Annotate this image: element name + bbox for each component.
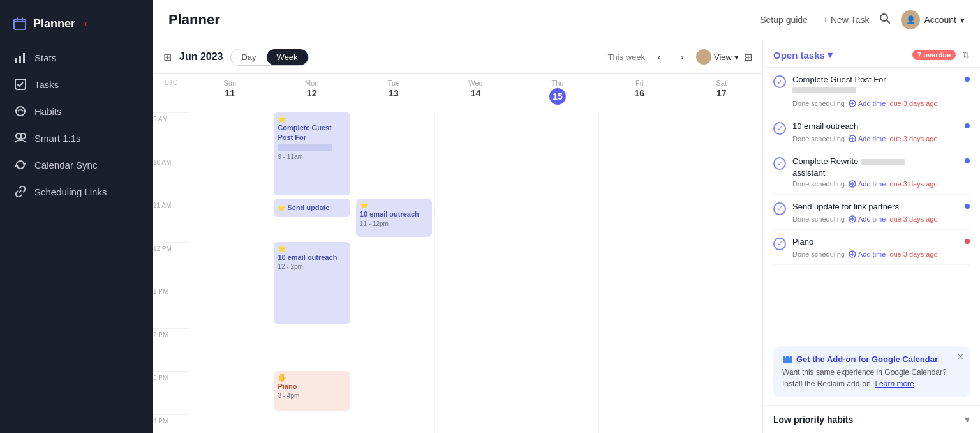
- this-week-button[interactable]: This week: [608, 52, 646, 62]
- search-icon[interactable]: [879, 13, 891, 27]
- time-label-10am: 10 AM: [153, 156, 175, 166]
- day-cell-tue-4pm: [353, 414, 434, 433]
- task-content-1: Complete Guest Post For Done scheduling: [792, 74, 958, 107]
- chevron-down-icon: ▾: [965, 413, 970, 425]
- svg-rect-29: [783, 356, 792, 358]
- sidebar-logo[interactable]: Planner ←: [0, 10, 153, 45]
- sidebar-item-smart-1-1s[interactable]: Smart 1:1s: [5, 125, 148, 151]
- calendar-icon: [13, 17, 27, 31]
- day-cell-sun-3pm: [189, 371, 271, 414]
- day-cell-mon-2pm: [271, 328, 352, 371]
- event-send-update[interactable]: ⭐ Send update: [274, 199, 350, 216]
- task-checkbox-1[interactable]: [773, 75, 786, 88]
- expand-icon[interactable]: ⊞: [163, 51, 172, 63]
- grid-layout-icon[interactable]: ⊞: [744, 51, 752, 63]
- add-time-button-3[interactable]: Add time: [849, 180, 886, 188]
- task-checkbox-3[interactable]: [773, 157, 786, 170]
- day-header-sun: Sun 11: [189, 74, 271, 112]
- sort-icon[interactable]: ⇅: [962, 50, 970, 60]
- day-cell-sat-2pm: [681, 328, 762, 371]
- day-cell-mon-11am: ⭐ Send update: [271, 199, 352, 241]
- time-slot-2pm: 2 PM: [153, 328, 189, 371]
- nav-prev-button[interactable]: ‹: [650, 48, 668, 66]
- day-cell-wed-12pm: [434, 242, 516, 285]
- task-dot-3: [965, 158, 970, 163]
- sidebar-item-habits[interactable]: Habits: [5, 98, 148, 124]
- stats-icon: [14, 51, 27, 64]
- account-chevron-icon: ▾: [960, 15, 965, 25]
- day-cell-sun-1pm: [189, 285, 271, 328]
- day-cell-tue-9am: [353, 112, 434, 155]
- task-meta-4: Done scheduling Add time due 3 days ago: [792, 215, 958, 223]
- day-cell-sat-4pm: [681, 414, 762, 433]
- day-cell-fri-12pm: [598, 242, 680, 285]
- month-year-label: Jun 2023: [179, 51, 223, 63]
- view-button[interactable]: View ▾: [696, 49, 739, 65]
- task-name-3: Complete Rewrite: [792, 156, 958, 167]
- task-checkbox-2[interactable]: [773, 122, 786, 135]
- event-10-email-tue[interactable]: ⭐ 10 email outreach 11 - 12pm: [356, 199, 432, 237]
- day-cell-mon-3pm: 🖐 Piano 3 - 4pm: [271, 371, 352, 414]
- event-time-2: 11 - 12pm: [360, 220, 428, 227]
- task-checkbox-5[interactable]: [773, 238, 786, 250]
- tasks-icon: [14, 78, 27, 91]
- day-cell-tue-11am: ⭐ 10 email outreach 11 - 12pm: [353, 199, 434, 241]
- day-cell-thu-1pm: [517, 285, 598, 328]
- day-cell-wed-11am: [434, 199, 516, 241]
- task-content-4: Send update for link partners Done sched…: [792, 201, 958, 223]
- task-name-4: Send update for link partners: [792, 201, 958, 213]
- time-label-12pm: 12 PM: [153, 243, 175, 252]
- day-cell-sun-11am: [189, 199, 271, 241]
- calendar-area: ⊞ Jun 2023 Day Week This week ‹ › View ▾…: [153, 40, 980, 433]
- svg-rect-5: [19, 56, 21, 63]
- sidebar-item-calendar-sync[interactable]: Calendar Sync: [5, 152, 148, 178]
- gcal-learn-more-link[interactable]: Learn more: [875, 379, 914, 388]
- open-tasks-dropdown[interactable]: Open tasks ▾: [773, 49, 833, 61]
- svg-line-12: [887, 20, 890, 24]
- account-button[interactable]: 👤 Account ▾: [901, 10, 965, 29]
- day-cell-fri-2pm: [598, 328, 680, 371]
- done-scheduling-2: Done scheduling: [792, 135, 845, 142]
- due-text-3: due 3 days ago: [889, 180, 937, 188]
- low-priority-habits-section[interactable]: Low priority habits ▾: [763, 405, 980, 433]
- done-scheduling-4: Done scheduling: [792, 215, 845, 223]
- event-title: Complete Guest Post For: [278, 123, 346, 142]
- sidebar-item-stats[interactable]: Stats: [5, 45, 148, 70]
- add-time-button-5[interactable]: Add time: [849, 250, 886, 258]
- week-toggle-button[interactable]: Week: [267, 49, 308, 65]
- view-label: View: [714, 52, 732, 62]
- view-avatar: [696, 49, 711, 65]
- sidebar-nav: Stats Tasks Habits: [0, 45, 153, 204]
- add-time-button-2[interactable]: Add time: [849, 135, 886, 142]
- open-tasks-label-text: Open tasks: [773, 50, 825, 61]
- event-emoji: ⭐: [278, 115, 286, 123]
- close-promo-button[interactable]: ×: [958, 351, 963, 363]
- sidebar-app-name: Planner: [33, 17, 75, 31]
- svg-point-8: [16, 107, 25, 116]
- add-time-button-1[interactable]: Add time: [849, 100, 886, 107]
- day-cell-tue-2pm: [353, 328, 434, 371]
- time-slot-1pm: 1 PM: [153, 285, 189, 328]
- add-time-button-4[interactable]: Add time: [849, 215, 886, 223]
- avatar: 👤: [901, 10, 920, 29]
- event-piano[interactable]: 🖐 Piano 3 - 4pm: [274, 371, 350, 411]
- new-task-button[interactable]: + New Task: [823, 15, 870, 25]
- low-priority-label: Low priority habits: [773, 414, 853, 425]
- event-emoji-piano: 🖐: [278, 374, 286, 381]
- sidebar-item-tasks[interactable]: Tasks: [5, 72, 148, 97]
- done-scheduling-5: Done scheduling: [792, 250, 845, 258]
- day-toggle-button[interactable]: Day: [231, 49, 266, 65]
- nav-controls: This week ‹ › View ▾ ⊞: [608, 48, 752, 66]
- setup-guide-button[interactable]: Setup guide: [755, 12, 813, 27]
- day-cell-fri-11am: [598, 199, 680, 241]
- time-label-3pm: 3 PM: [153, 372, 172, 381]
- due-text-2: due 3 days ago: [889, 135, 937, 142]
- smart-1-1s-icon: [14, 132, 27, 144]
- task-content-3: Complete Rewrite assistant Done scheduli…: [792, 156, 958, 187]
- task-meta-2: Done scheduling Add time due 3 days ago: [792, 135, 958, 142]
- task-checkbox-4[interactable]: [773, 202, 786, 215]
- event-title-2: 10 email outreach: [360, 209, 428, 218]
- task-name-5: Piano: [792, 236, 958, 248]
- nav-next-button[interactable]: ›: [673, 48, 691, 66]
- sidebar-item-scheduling-links[interactable]: Scheduling Links: [5, 179, 148, 204]
